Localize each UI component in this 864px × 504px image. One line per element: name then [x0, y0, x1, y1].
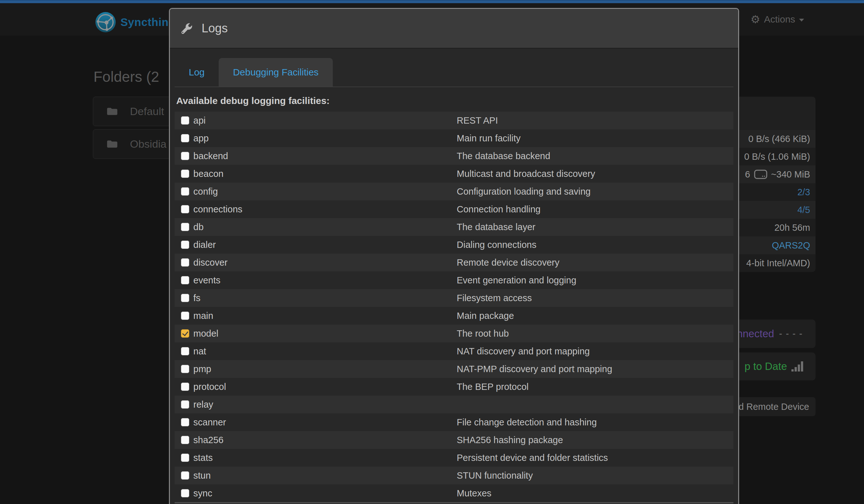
facility-name: api [193, 116, 206, 126]
facility-description: Dialing connections [457, 240, 733, 250]
top-accent-bar [0, 0, 864, 3]
facility-description: The database backend [457, 151, 733, 161]
facility-name: scanner [193, 417, 226, 428]
facility-row-sha256: sha256 SHA256 hashing package [175, 431, 733, 449]
facility-name-cell: connections [175, 204, 457, 215]
facility-checkbox[interactable] [181, 312, 189, 320]
caret-down-icon [799, 19, 804, 22]
brand[interactable]: Syncthing [95, 12, 176, 33]
facility-description: Multicast and broadcast discovery [457, 169, 733, 179]
facility-name: relay [193, 399, 213, 410]
facility-checkbox[interactable] [181, 329, 189, 338]
facility-name: model [193, 328, 218, 339]
facility-checkbox[interactable] [181, 436, 189, 444]
facility-row-relay: relay [175, 396, 733, 413]
facility-row-nat: nat NAT discovery and port mapping [175, 342, 733, 360]
brand-title: Syncthing [120, 16, 176, 28]
facility-name: nat [193, 346, 206, 357]
facility-checkbox[interactable] [181, 116, 189, 124]
facility-checkbox[interactable] [181, 471, 189, 480]
facility-name: fs [193, 293, 201, 303]
facility-checkbox[interactable] [181, 223, 189, 231]
facility-row-api: api REST API [175, 111, 733, 129]
facilities-table: api REST API app Main run facility backe… [175, 111, 733, 502]
facility-row-main: main Main package [175, 307, 733, 325]
facility-checkbox[interactable] [181, 258, 189, 267]
facility-name-cell: fs [175, 293, 457, 303]
facility-row-stun: stun STUN functionality [175, 467, 733, 484]
folders-heading: Folders (2 [94, 68, 159, 85]
facility-name-cell: relay [175, 399, 457, 410]
facility-row-model: model The root hub [175, 325, 733, 342]
facility-checkbox[interactable] [181, 383, 189, 391]
folder-sync-status: p to Date [744, 360, 787, 372]
facility-checkbox[interactable] [181, 418, 189, 426]
facility-description: NAT-PMP discovery and port mapping [457, 364, 733, 374]
facility-description: NAT discovery and port mapping [457, 346, 733, 357]
facility-description: Event generation and logging [457, 275, 733, 286]
facility-row-connections: connections Connection handling [175, 200, 733, 218]
facility-description: The root hub [457, 328, 733, 339]
logs-modal-header: Logs [170, 9, 738, 48]
facility-row-backend: backend The database backend [175, 147, 733, 165]
facility-checkbox[interactable] [181, 347, 189, 355]
signal-bars-icon [791, 361, 803, 372]
facility-name: stats [193, 453, 213, 463]
facility-name-cell: protocol [175, 382, 457, 392]
facility-name-cell: db [175, 222, 457, 232]
status-value: QARS2Q [772, 240, 810, 251]
facility-name-cell: main [175, 311, 457, 321]
facility-description: Connection handling [457, 204, 733, 215]
facility-name: connections [193, 204, 242, 215]
facility-checkbox[interactable] [181, 170, 189, 178]
facility-checkbox[interactable] [181, 152, 189, 160]
facility-row-beacon: beacon Multicast and broadcast discovery [175, 165, 733, 183]
folder-label: Obsidia [130, 138, 166, 150]
facility-description: Configuration loading and saving [457, 187, 733, 197]
facility-checkbox[interactable] [181, 241, 189, 249]
logs-tabs: Log Debugging Facilities [175, 58, 733, 87]
facility-checkbox[interactable] [181, 276, 189, 284]
facility-checkbox[interactable] [181, 187, 189, 195]
logs-modal-body: Log Debugging Facilities Available debug… [170, 48, 738, 503]
facilities-heading: Available debug logging facilities: [176, 95, 733, 106]
facility-name: main [193, 311, 213, 321]
status-value: 20h 56m [774, 223, 810, 233]
facility-name-cell: config [175, 187, 457, 197]
facility-checkbox[interactable] [181, 294, 189, 302]
actions-menu-button[interactable]: ⚙ Actions [751, 3, 804, 36]
gear-icon: ⚙ [751, 14, 760, 25]
facility-row-scanner: scanner File change detection and hashin… [175, 413, 733, 431]
facility-name-cell: pmp [175, 364, 457, 374]
tab-log[interactable]: Log [175, 58, 219, 86]
facility-checkbox[interactable] [181, 134, 189, 142]
facility-name: sync [193, 488, 212, 499]
syncthing-logo-icon [95, 12, 116, 33]
facility-checkbox[interactable] [181, 365, 189, 373]
facility-description: File change detection and hashing [457, 417, 733, 428]
facility-row-stats: stats Persistent device and folder stati… [175, 449, 733, 467]
facility-name: config [193, 187, 218, 197]
facility-row-pmp: pmp NAT-PMP discovery and port mapping [175, 360, 733, 378]
facility-name: app [193, 133, 208, 144]
facility-checkbox[interactable] [181, 454, 189, 462]
facility-name-cell: sync [175, 488, 457, 499]
facility-checkbox[interactable] [181, 489, 189, 497]
facility-description: STUN functionality [457, 470, 733, 481]
facility-name: backend [193, 151, 228, 161]
facility-name-cell: stats [175, 453, 457, 463]
logs-modal: Logs Log Debugging Facilities Available … [169, 8, 739, 504]
facility-checkbox[interactable] [181, 400, 189, 409]
facility-description: Persistent device and folder statistics [457, 453, 733, 463]
facility-checkbox[interactable] [181, 205, 189, 213]
facility-name: db [193, 222, 203, 232]
tab-debugging-facilities[interactable]: Debugging Facilities [219, 58, 333, 86]
facility-description: The database layer [457, 222, 733, 232]
wrench-icon [180, 22, 193, 35]
facility-name: stun [193, 470, 211, 481]
facility-name-cell: dialer [175, 240, 457, 250]
facility-row-config: config Configuration loading and saving [175, 183, 733, 200]
status-value: ~340 MiB [771, 169, 810, 180]
status-value: 0 B/s (1.06 MiB) [744, 152, 810, 162]
facility-row-app: app Main run facility [175, 129, 733, 147]
